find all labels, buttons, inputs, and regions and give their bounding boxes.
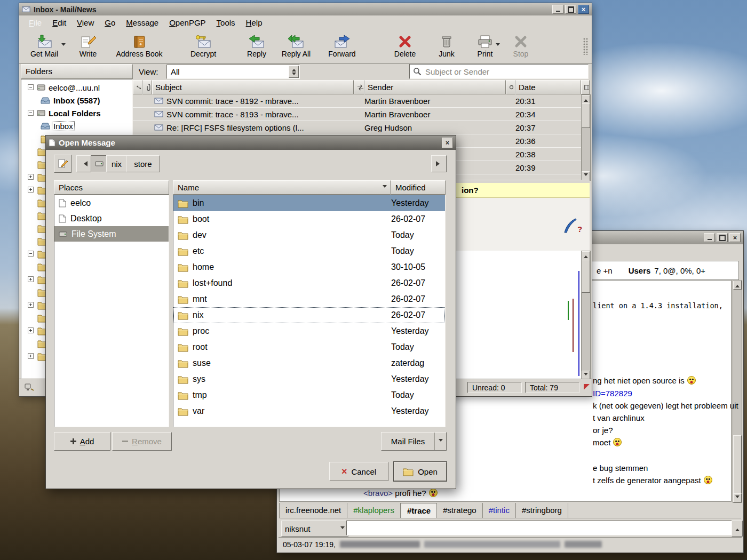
scrollbar-thumb[interactable] xyxy=(733,435,742,494)
maximize-button[interactable] xyxy=(565,5,576,14)
scroll-up-arrow[interactable] xyxy=(582,95,590,104)
path-segment-nix[interactable]: nix xyxy=(106,155,127,172)
folder-account[interactable]: eelco@...uu.nl xyxy=(21,81,132,94)
place-file-system[interactable]: File System xyxy=(54,226,169,242)
minimize-button[interactable] xyxy=(552,5,563,14)
delete-button[interactable]: Delete xyxy=(386,31,424,61)
tab-tintic[interactable]: #tintic xyxy=(483,503,516,518)
message-row[interactable]: Re: [RFC] FSFS filesystem options (l... … xyxy=(133,121,581,134)
tab-stringborg[interactable]: #stringborg xyxy=(516,503,568,518)
minimize-button[interactable] xyxy=(704,233,715,242)
tab-trace[interactable]: #trace xyxy=(401,503,437,518)
reply-button[interactable]: Reply xyxy=(238,31,275,61)
message-list-scrollbar[interactable] xyxy=(581,94,591,181)
collapse-expander-icon[interactable] xyxy=(28,251,34,257)
menu-view[interactable]: View xyxy=(71,17,99,29)
places-header[interactable]: Places xyxy=(54,180,169,195)
date-column-header[interactable]: Date xyxy=(515,80,581,94)
expand-icon[interactable] xyxy=(28,174,34,180)
file-row[interactable]: lost+found 26-02-07 xyxy=(173,275,445,291)
expand-icon[interactable] xyxy=(28,187,34,193)
sender-column-header[interactable]: Sender xyxy=(364,80,506,94)
column-picker-button[interactable] xyxy=(581,80,590,94)
junk-button[interactable]: Junk xyxy=(429,31,464,61)
history-up-button[interactable] xyxy=(732,521,743,537)
expand-icon[interactable] xyxy=(28,353,34,359)
name-column-header[interactable]: Name xyxy=(173,180,391,195)
file-row[interactable]: bin Yesterday xyxy=(173,195,445,211)
reply-all-button[interactable]: Reply All xyxy=(275,31,317,61)
file-row[interactable]: root Today xyxy=(173,339,445,355)
dropdown-arrow-icon[interactable] xyxy=(496,43,500,48)
open-button[interactable]: Open xyxy=(394,462,447,481)
menu-tools[interactable]: Tools xyxy=(211,17,241,29)
tab-server[interactable]: irc.freenode.net xyxy=(279,503,347,518)
menu-edit[interactable]: Edit xyxy=(47,17,71,29)
path-forward-button[interactable] xyxy=(431,155,447,172)
view-filter-combo[interactable]: All xyxy=(166,65,300,79)
file-row[interactable]: sys Yesterday xyxy=(173,371,445,387)
file-row[interactable]: suse zaterdag xyxy=(173,355,445,371)
scroll-down-arrow[interactable] xyxy=(582,171,590,180)
online-status-icon[interactable] xyxy=(25,383,34,391)
thread-column-header[interactable] xyxy=(133,80,142,94)
folders-pane-header[interactable]: Folders xyxy=(21,64,133,79)
scrollbar-thumb[interactable] xyxy=(582,103,590,128)
file-row[interactable]: proc Yesterday xyxy=(173,323,445,339)
close-button[interactable]: × xyxy=(442,138,453,148)
path-segment-store[interactable]: store xyxy=(126,155,160,172)
scrollbar-thumb[interactable] xyxy=(582,260,590,293)
menu-go[interactable]: Go xyxy=(99,17,121,29)
path-back-button[interactable] xyxy=(76,155,92,172)
collapse-expander-icon[interactable] xyxy=(28,110,34,116)
print-button[interactable]: Print xyxy=(470,31,500,61)
dialog-titlebar[interactable]: Open Message × xyxy=(46,135,456,150)
expand-icon[interactable] xyxy=(28,276,34,282)
file-row[interactable]: nix 26-02-07 xyxy=(173,307,445,323)
scroll-up-arrow[interactable] xyxy=(582,251,590,260)
file-row[interactable]: boot 26-02-07 xyxy=(173,211,445,227)
close-button[interactable]: × xyxy=(578,5,589,14)
message-row[interactable]: SVN commit: trace - 8193 - mbrave... Mar… xyxy=(133,108,581,121)
toolbar-grip[interactable] xyxy=(583,38,589,55)
read-column-header[interactable] xyxy=(506,80,515,94)
mail-titlebar[interactable]: Inbox - Mail/News × xyxy=(19,3,592,15)
file-type-filter[interactable]: Mail Files xyxy=(381,432,447,451)
irc-message-input[interactable] xyxy=(346,521,733,535)
folder-inbox-account[interactable]: Inbox (5587) xyxy=(21,94,132,107)
menu-file[interactable]: File xyxy=(23,17,47,29)
folder-inbox-local[interactable]: Inbox xyxy=(21,119,132,132)
subject-column-header[interactable]: Subject xyxy=(152,80,354,94)
maximize-button[interactable] xyxy=(717,233,728,242)
type-filename-button[interactable] xyxy=(54,155,71,173)
irc-scrollbar[interactable] xyxy=(733,280,742,503)
scroll-down-arrow[interactable] xyxy=(733,493,742,502)
file-row[interactable]: dev Today xyxy=(173,227,445,243)
message-row[interactable]: SVN commit: trace - 8192 - mbrave... Mar… xyxy=(133,94,581,108)
add-place-button[interactable]: Add xyxy=(54,432,110,451)
path-segment-root[interactable] xyxy=(91,155,107,172)
address-book-button[interactable]: Address Book xyxy=(110,31,169,61)
openpgp-pen-icon[interactable]: ? xyxy=(563,218,582,234)
dropdown-arrow-icon[interactable] xyxy=(61,43,66,48)
attachment-column-header[interactable] xyxy=(142,80,152,94)
search-box[interactable] xyxy=(409,64,589,79)
menu-help[interactable]: Help xyxy=(241,17,268,29)
cancel-button[interactable]: × Cancel xyxy=(329,462,388,481)
expand-icon[interactable] xyxy=(28,327,34,333)
tab-stratego[interactable]: #stratego xyxy=(437,503,483,518)
file-row[interactable]: tmp Today xyxy=(173,387,445,403)
file-row[interactable]: etc Today xyxy=(173,243,445,259)
file-row[interactable]: mnt 26-02-07 xyxy=(173,291,445,307)
menu-openpgp[interactable]: OpenPGP xyxy=(164,17,211,29)
nick-selector[interactable]: niksnut xyxy=(281,521,348,537)
message-body-scrollbar[interactable] xyxy=(581,251,591,380)
file-row[interactable]: home 30-10-05 xyxy=(173,259,445,275)
collapse-expander-icon[interactable] xyxy=(28,84,34,90)
search-input[interactable] xyxy=(424,67,588,77)
decrypt-button[interactable]: Decrypt xyxy=(179,31,227,61)
place-desktop[interactable]: Desktop xyxy=(54,211,169,226)
place-eelco[interactable]: eelco xyxy=(54,195,169,211)
sort-column-header[interactable] xyxy=(354,80,364,94)
tab-klaplopers[interactable]: #klaplopers xyxy=(347,503,401,518)
